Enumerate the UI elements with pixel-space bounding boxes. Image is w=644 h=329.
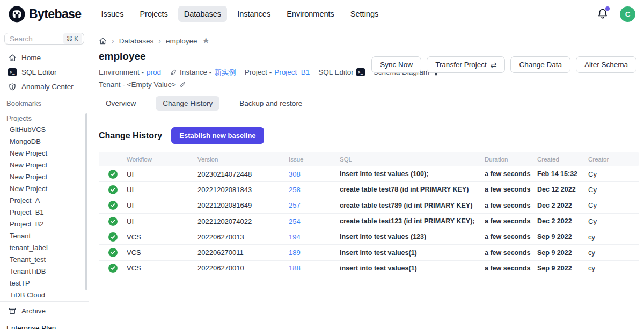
archive-icon [8, 306, 17, 315]
search-box[interactable]: ⌘ K [4, 33, 84, 45]
duration-cell: a few seconds [485, 170, 537, 178]
instance-label: Instance - [180, 66, 211, 78]
sidebar-project-item[interactable]: New Project [0, 159, 89, 171]
nav-item[interactable]: Instances [231, 6, 276, 22]
meta-sql-editor[interactable]: SQL Editor >_ [318, 66, 365, 78]
success-check-icon [108, 264, 118, 273]
environment-link[interactable]: prod [147, 66, 161, 78]
col-issue: Issue [289, 156, 340, 163]
sync-now-button[interactable]: Sync Now [371, 56, 421, 73]
sidebar-project-item[interactable]: New Project [0, 183, 89, 195]
nav-item[interactable]: Settings [345, 6, 384, 22]
edit-pencil-icon[interactable] [179, 81, 186, 89]
sidebar-project-item[interactable]: TenantTiDB [0, 266, 89, 277]
instance-engine-icon [170, 69, 177, 76]
table-row[interactable]: VCS 202206270013 194 insert into test va… [99, 229, 639, 245]
col-version: Version [197, 156, 289, 163]
sidebar-item-archive[interactable]: Archive [0, 301, 89, 320]
alter-schema-button[interactable]: Alter Schema [576, 56, 636, 73]
tab[interactable]: Backup and restore [232, 96, 309, 111]
project-label: Project - [245, 66, 272, 78]
search-input[interactable] [10, 35, 54, 43]
sidebar: ⌘ K Home >_ SQL Editor [0, 28, 89, 329]
issue-link[interactable]: 254 [289, 217, 301, 225]
button-label: Transfer Project [435, 61, 487, 69]
col-duration: Duration [485, 156, 537, 163]
success-check-icon [108, 185, 118, 194]
nav-item[interactable]: Databases [178, 6, 227, 22]
version-cell: 202206270010 [197, 264, 289, 272]
favorite-star-icon[interactable]: ★ [202, 36, 209, 45]
section-title: Change History [99, 131, 162, 141]
sidebar-item-label: Archive [21, 307, 46, 315]
version-cell: 20221202081649 [197, 201, 289, 209]
nav-item[interactable]: Environments [281, 6, 340, 22]
success-check-icon [108, 232, 118, 242]
success-check-icon [108, 201, 118, 210]
table-body: UI 20230214072448 308 insert into test v… [99, 166, 639, 276]
sidebar-project-item[interactable]: TiDB Cloud [0, 289, 89, 301]
sidebar-project-item[interactable]: GitHubVCS [0, 124, 89, 136]
workflow-cell: UI [127, 170, 197, 178]
duration-cell: a few seconds [485, 202, 537, 209]
issue-link[interactable]: 257 [289, 201, 301, 209]
change-data-button[interactable]: Change Data [510, 56, 570, 73]
created-cell: Sep 9 2022 [537, 233, 588, 240]
sidebar-project-item[interactable]: Project_B2 [0, 218, 89, 230]
sidebar-item-sql-editor[interactable]: >_ SQL Editor [0, 65, 89, 79]
table-row[interactable]: UI 20221202081649 257 create table test7… [99, 198, 639, 214]
sidebar-project-item[interactable]: testTP [0, 277, 89, 289]
workflow-cell: VCS [127, 233, 197, 241]
sidebar-nav: Home >_ SQL Editor Anomaly Center [0, 50, 89, 94]
establish-baseline-button[interactable]: Establish new baseline [171, 127, 264, 144]
meta-tenant: Tenant - <Empty Value> [99, 78, 186, 91]
breadcrumb-home-icon[interactable] [99, 37, 107, 45]
issue-link[interactable]: 189 [289, 248, 301, 257]
sidebar-project-item[interactable]: MongoDB [0, 136, 89, 148]
tab[interactable]: Change History [156, 96, 219, 111]
creator-cell: Cy [588, 170, 639, 178]
col-created: Created [537, 156, 588, 163]
nav-item[interactable]: Projects [134, 6, 173, 22]
breadcrumb-databases[interactable]: Databases [119, 37, 154, 45]
tab[interactable]: Overview [99, 96, 143, 111]
notifications-bell-icon[interactable] [596, 8, 609, 20]
issue-link[interactable]: 194 [289, 233, 301, 241]
table-row[interactable]: UI 20221202074022 254 create table test1… [99, 214, 639, 229]
nav-item[interactable]: Issues [95, 6, 129, 22]
sidebar-project-item[interactable]: Project_A [0, 195, 89, 207]
table-row[interactable]: VCS 202206270010 188 insert into test va… [99, 261, 639, 276]
issue-link[interactable]: 258 [289, 186, 301, 194]
sidebar-item-home[interactable]: Home [0, 50, 89, 65]
sql-editor-label: SQL Editor [318, 66, 354, 78]
user-avatar[interactable]: C [620, 6, 635, 22]
breadcrumb-separator: › [112, 36, 114, 45]
issue-link[interactable]: 188 [289, 264, 301, 272]
sidebar-item-anomaly-center[interactable]: Anomaly Center [0, 79, 89, 94]
transfer-project-button[interactable]: Transfer Project ⇄ [427, 56, 505, 73]
issue-link[interactable]: 308 [289, 170, 301, 178]
col-workflow: Workflow [127, 156, 197, 163]
sidebar-project-item[interactable]: Tenant [0, 230, 89, 242]
sql-cell: insert into test values(1) [340, 249, 485, 257]
created-cell: Sep 9 2022 [537, 265, 588, 272]
sidebar-project-item[interactable]: New Project [0, 171, 89, 183]
sidebar-project-item[interactable]: Project_B1 [0, 207, 89, 218]
sql-cell: insert into test values (100); [340, 170, 485, 178]
project-link[interactable]: Project_B1 [274, 66, 310, 78]
breadcrumb-employee[interactable]: employee [166, 37, 197, 45]
brand[interactable]: Bytebase [9, 6, 81, 23]
sidebar-item-label: SQL Editor [21, 68, 57, 76]
sidebar-project-item[interactable]: Tenant_test [0, 254, 89, 266]
page-actions: Sync Now Transfer Project ⇄ Change Data … [371, 56, 636, 73]
sidebar-scrollbar[interactable] [85, 113, 87, 290]
sidebar-project-item[interactable]: tenant_label [0, 242, 89, 254]
main-nav: IssuesProjectsDatabasesInstancesEnvironm… [95, 6, 596, 22]
meta-instance: Instance - 新实例 [170, 66, 236, 78]
table-row[interactable]: VCS 202206270011 189 insert into test va… [99, 245, 639, 260]
button-label: Sync Now [380, 61, 413, 69]
table-row[interactable]: UI 20221202081843 258 create table test7… [99, 182, 639, 198]
table-row[interactable]: UI 20230214072448 308 insert into test v… [99, 166, 639, 182]
instance-link[interactable]: 新实例 [214, 66, 236, 78]
sidebar-project-item[interactable]: New Project [0, 148, 89, 159]
